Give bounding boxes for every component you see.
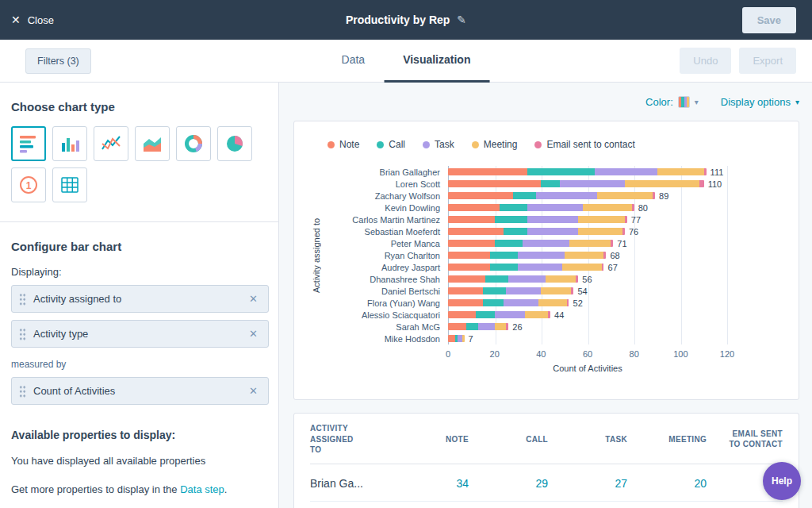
stacked-bar[interactable]	[448, 335, 465, 342]
stacked-bar[interactable]	[448, 168, 707, 175]
bar-segment-call[interactable]	[527, 168, 595, 175]
bar-segment-email-sent-to-contact[interactable]	[611, 240, 613, 247]
bar-segment-task[interactable]	[518, 252, 565, 259]
tab-data[interactable]: Data	[323, 40, 385, 83]
bar-segment-meeting[interactable]	[597, 192, 653, 199]
edit-title-icon[interactable]: ✎	[457, 13, 466, 26]
bar-segment-task[interactable]	[527, 216, 579, 223]
bar-segment-email-sent-to-contact[interactable]	[632, 204, 634, 211]
bar-segment-note[interactable]	[448, 311, 476, 318]
drag-handle-icon[interactable]	[19, 328, 26, 341]
export-button[interactable]: Export	[739, 48, 796, 74]
chart-type-pie-icon[interactable]	[217, 126, 252, 161]
bar-segment-email-sent-to-contact[interactable]	[653, 192, 655, 199]
bar-segment-task[interactable]	[595, 168, 657, 175]
chart-type-area-icon[interactable]	[135, 126, 170, 161]
bar-segment-email-sent-to-contact[interactable]	[699, 180, 704, 187]
stacked-bar[interactable]	[448, 192, 655, 199]
bar-segment-email-sent-to-contact[interactable]	[548, 311, 550, 318]
bar-segment-call[interactable]	[490, 252, 518, 259]
stacked-bar[interactable]	[448, 240, 613, 247]
remove-field-icon[interactable]: ✕	[247, 326, 260, 341]
tab-visualization[interactable]: Visualization	[384, 40, 489, 83]
bar-segment-meeting[interactable]	[525, 311, 548, 318]
table-value-link[interactable]: 34	[389, 464, 469, 501]
bar-segment-note[interactable]	[448, 216, 495, 223]
bar-segment-email-sent-to-contact[interactable]	[571, 287, 573, 294]
bar-segment-call[interactable]	[483, 287, 506, 294]
bar-segment-note[interactable]	[448, 204, 500, 211]
bar-segment-email-sent-to-contact[interactable]	[603, 252, 606, 259]
remove-field-icon[interactable]: ✕	[247, 383, 260, 398]
chart-type-donut-icon[interactable]	[176, 126, 211, 161]
bar-segment-task[interactable]	[504, 299, 538, 306]
stacked-bar[interactable]	[448, 228, 625, 235]
legend-item-task[interactable]: Task	[423, 139, 454, 150]
bar-segment-call[interactable]	[495, 216, 527, 223]
bar-segment-email-sent-to-contact[interactable]	[602, 264, 604, 271]
bar-segment-email-sent-to-contact[interactable]	[704, 168, 707, 175]
pill-activity-assigned-to[interactable]: Activity assigned to ✕	[11, 285, 269, 313]
bar-segment-task[interactable]	[527, 204, 583, 211]
bar-segment-meeting[interactable]	[462, 335, 465, 342]
close-button[interactable]: ✕ Close	[11, 14, 54, 26]
bar-segment-email-sent-to-contact[interactable]	[622, 228, 625, 235]
table-value-link[interactable]: 32	[627, 501, 707, 508]
bar-segment-call[interactable]	[485, 275, 508, 283]
display-options-dropdown[interactable]: Display options ▾	[721, 96, 799, 108]
stacked-bar[interactable]	[448, 204, 634, 211]
stacked-bar[interactable]	[448, 323, 508, 330]
table-value-link[interactable]: 40	[389, 501, 469, 508]
bar-segment-meeting[interactable]	[625, 180, 699, 187]
bar-segment-note[interactable]	[448, 299, 483, 306]
bar-segment-email-sent-to-contact[interactable]	[625, 216, 627, 223]
chart-type-summary-icon[interactable]: 1	[11, 167, 46, 202]
legend-item-note[interactable]: Note	[327, 139, 359, 150]
bar-segment-task[interactable]	[527, 228, 579, 235]
pill-activity-type[interactable]: Activity type ✕	[11, 320, 269, 348]
legend-item-meeting[interactable]: Meeting	[472, 139, 518, 150]
save-button[interactable]: Save	[742, 7, 796, 33]
bar-segment-note[interactable]	[448, 275, 485, 283]
bar-segment-email-sent-to-contact[interactable]	[567, 299, 569, 306]
stacked-bar[interactable]	[448, 287, 573, 294]
undo-button[interactable]: Undo	[680, 48, 731, 74]
table-value-link[interactable]: 29	[469, 464, 548, 501]
stacked-bar[interactable]	[448, 180, 704, 187]
bar-segment-note[interactable]	[448, 252, 490, 259]
bar-segment-meeting[interactable]	[495, 323, 507, 330]
stacked-bar[interactable]	[448, 299, 569, 306]
stacked-bar[interactable]	[448, 311, 550, 318]
table-value-link[interactable]: 8	[469, 501, 548, 508]
data-step-link[interactable]: Data step	[180, 483, 224, 495]
bar-segment-note[interactable]	[448, 264, 490, 271]
bar-segment-task[interactable]	[518, 264, 562, 271]
bar-segment-meeting[interactable]	[541, 287, 571, 294]
bar-segment-meeting[interactable]	[565, 252, 604, 259]
chart-type-line-icon[interactable]	[94, 126, 128, 161]
bar-segment-email-sent-to-contact[interactable]	[576, 275, 578, 283]
bar-segment-task[interactable]	[495, 311, 525, 318]
bar-segment-task[interactable]	[478, 323, 495, 330]
bar-segment-call[interactable]	[504, 228, 527, 235]
bar-segment-meeting[interactable]	[657, 168, 704, 175]
bar-segment-note[interactable]	[448, 180, 541, 187]
bar-segment-task[interactable]	[523, 240, 569, 247]
bar-segment-note[interactable]	[448, 240, 495, 247]
bar-segment-task[interactable]	[506, 287, 541, 294]
bar-segment-task[interactable]	[508, 275, 546, 283]
stacked-bar[interactable]	[448, 264, 604, 271]
bar-segment-meeting[interactable]	[583, 204, 632, 211]
bar-segment-meeting[interactable]	[546, 275, 576, 283]
bar-segment-meeting[interactable]	[538, 299, 566, 306]
table-value-link[interactable]: 20	[627, 464, 707, 501]
bar-segment-meeting[interactable]	[569, 240, 611, 247]
remove-field-icon[interactable]: ✕	[247, 291, 260, 306]
bar-segment-call[interactable]	[513, 192, 536, 199]
bar-segment-note[interactable]	[448, 323, 466, 330]
bar-segment-meeting[interactable]	[562, 264, 602, 271]
stacked-bar[interactable]	[448, 216, 627, 223]
bar-segment-call[interactable]	[466, 323, 478, 330]
help-button[interactable]: Help	[763, 462, 801, 500]
bar-segment-call[interactable]	[541, 180, 559, 187]
